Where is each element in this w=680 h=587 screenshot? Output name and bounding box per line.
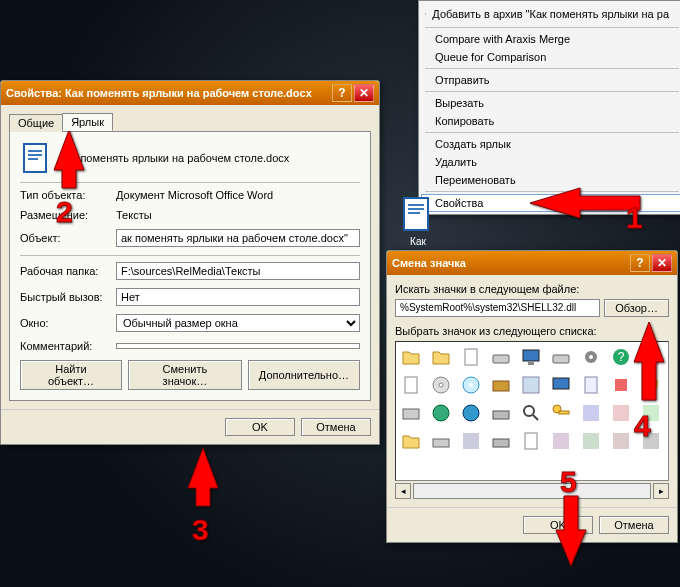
svg-marker-60 [556,496,586,566]
btn-label: Отмена [316,421,355,433]
cancel-button[interactable]: Отмена [599,516,669,534]
page-icon[interactable] [400,374,422,396]
generic-icon[interactable] [550,430,572,452]
search-icon[interactable] [520,402,542,424]
svg-rect-5 [408,204,424,206]
close-button[interactable]: ✕ [652,254,672,272]
drive-icon[interactable] [490,346,512,368]
generic-icon[interactable] [490,430,512,452]
btn-label: Отмена [614,519,653,531]
workdir-field[interactable]: F:\sources\RelMedia\Тексты [116,262,360,280]
svg-rect-6 [408,208,424,210]
scroll-left-button[interactable]: ◂ [395,483,411,499]
scroll-track[interactable] [413,483,651,499]
cd-icon[interactable] [430,374,452,396]
help-button[interactable]: ? [332,84,352,102]
svg-rect-46 [525,433,537,449]
titlebar[interactable]: Свойства: Как поменять ярлыки на рабочем… [1,81,379,105]
svg-rect-29 [553,378,569,389]
generic-icon[interactable] [490,402,512,424]
svg-rect-48 [583,433,599,449]
find-target-button[interactable]: Найти объект… [20,360,122,390]
page-icon[interactable] [460,346,482,368]
scroll-right-button[interactable]: ▸ [653,483,669,499]
generic-icon[interactable] [580,430,602,452]
btn-label: Дополнительно… [259,369,349,381]
tab-shortcut[interactable]: Ярлык [62,113,113,131]
ctx-item-queue[interactable]: Queue for Comparison [421,48,680,66]
generic-icon[interactable] [520,430,542,452]
generic-icon[interactable] [400,402,422,424]
ctx-item-send[interactable]: Отправить [421,71,680,89]
ctx-item-cut[interactable]: Вырезать [421,94,680,112]
folder-icon[interactable] [400,346,422,368]
monitor-icon[interactable] [520,346,542,368]
generic-icon[interactable] [580,402,602,424]
drive-icon[interactable] [550,346,572,368]
ctx-item-shortcut[interactable]: Создать ярлык [421,135,680,153]
svg-rect-39 [559,411,569,414]
ctx-item-copy[interactable]: Копировать [421,112,680,130]
generic-icon[interactable] [490,374,512,396]
folder-icon[interactable] [400,430,422,452]
desktop-shortcut[interactable]: Как поменять [390,196,446,258]
titlebar[interactable]: Смена значка ? ✕ [387,251,677,275]
window-title: Смена значка [392,257,628,269]
close-button[interactable]: ✕ [354,84,374,102]
btn-label: OK [252,421,268,433]
cd-icon[interactable] [460,374,482,396]
svg-rect-16 [553,355,569,363]
hotkey-field[interactable]: Нет [116,288,360,306]
svg-rect-43 [433,439,449,447]
btn-label: Сменить значок… [163,363,208,387]
svg-marker-55 [188,448,218,506]
svg-rect-7 [408,212,420,214]
svg-rect-22 [405,377,417,393]
svg-text:3: 3 [192,513,209,546]
ctx-sep [425,27,679,28]
generic-icon[interactable] [580,374,602,396]
svg-rect-12 [465,349,477,365]
generic-icon[interactable] [520,374,542,396]
ctx-label: Удалить [435,156,477,168]
svg-point-33 [433,405,449,421]
ctx-item-delete[interactable]: Удалить [421,153,680,171]
ctx-label: Копировать [435,115,494,127]
drive-icon[interactable] [430,430,452,452]
ctx-item-araxis[interactable]: Compare with Araxis Merge [421,30,680,48]
comment-field[interactable] [116,343,360,349]
globe-icon[interactable] [430,402,452,424]
object-field[interactable]: ак поменять ярлыки на рабочем столе.docx… [116,229,360,247]
hotkey-label: Быстрый вызов: [20,291,116,303]
help-button[interactable]: ? [630,254,650,272]
svg-rect-44 [463,433,479,449]
run-combo[interactable]: Обычный размер окна [116,314,360,332]
svg-point-24 [439,383,443,387]
generic-icon[interactable] [460,430,482,452]
change-icon-button[interactable]: Сменить значок… [128,360,242,390]
svg-text:1: 1 [626,201,643,234]
ok-button[interactable]: OK [225,418,295,436]
icon-list-scrollbar[interactable]: ◂ ▸ [395,483,669,499]
ctx-label: Переименовать [435,174,516,186]
svg-rect-13 [493,355,509,363]
gear-icon[interactable] [580,346,602,368]
key-icon[interactable] [550,402,572,424]
btn-label: Обзор… [615,302,658,314]
svg-rect-11 [28,158,38,160]
folder-icon[interactable] [430,346,452,368]
browse-button[interactable]: Обзор… [604,299,669,317]
ctx-item-add-archive[interactable]: Добавить в архив "Как поменять ярлыки на… [421,3,680,25]
svg-rect-30 [585,377,597,393]
icon-path-field[interactable]: %SystemRoot%\system32\SHELL32.dll [395,299,600,317]
cancel-button[interactable]: Отмена [301,418,371,436]
annotation-arrow-4: 4 [624,322,680,442]
object-label: Объект: [20,232,116,244]
run-label: Окно: [20,317,116,329]
monitor-icon[interactable] [550,374,572,396]
svg-point-18 [589,355,593,359]
annotation-arrow-5: 5 [546,466,606,570]
svg-text:5: 5 [560,466,577,498]
advanced-button[interactable]: Дополнительно… [248,360,360,390]
globe-icon[interactable] [460,402,482,424]
